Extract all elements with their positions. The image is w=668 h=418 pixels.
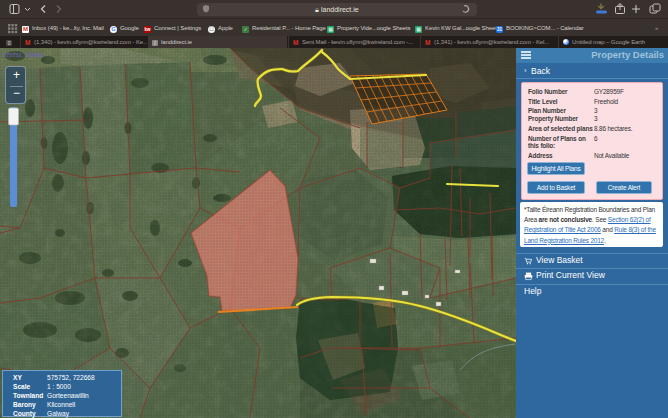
svg-text:575752, 722668: 575752, 722668 (3, 52, 43, 58)
